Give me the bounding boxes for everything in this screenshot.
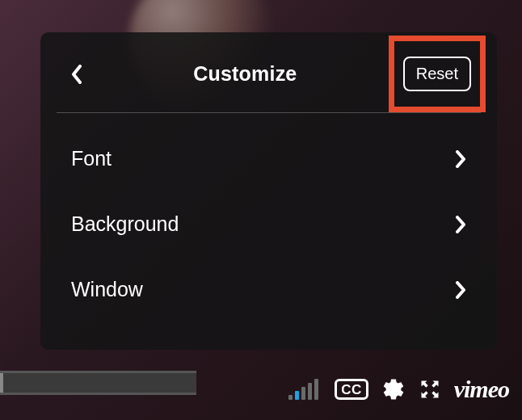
chevron-right-icon [455,216,466,233]
customize-panel: Customize Reset Font Background Window [40,32,497,350]
back-button[interactable] [71,66,87,82]
progress-fill [0,373,3,393]
volume-control[interactable] [288,379,318,400]
menu-label: Background [71,212,179,236]
menu-label: Window [71,278,143,301]
chevron-left-icon [71,65,83,84]
volume-bar [301,387,305,400]
reset-button-wrap: Reset [403,57,471,91]
volume-bar [295,391,299,400]
gear-icon [381,377,406,401]
panel-header: Customize Reset [40,32,497,112]
volume-bar [288,395,293,400]
menu-item-background[interactable]: Background [52,191,486,257]
vimeo-logo[interactable]: vimeo [454,376,512,403]
volume-bar [308,383,312,400]
fullscreen-button[interactable] [419,378,441,401]
closed-captions-button[interactable]: CC [335,379,368,400]
customize-menu: Font Background Window [40,113,497,322]
chevron-right-icon [455,281,466,299]
chevron-right-icon [455,150,466,168]
player-controls: CC vimeo [0,368,517,411]
menu-item-font[interactable]: Font [52,126,486,191]
menu-item-window[interactable]: Window [52,257,486,322]
progress-bar[interactable] [0,371,196,395]
menu-label: Font [71,147,112,170]
fullscreen-icon [419,378,441,401]
volume-bar [314,379,318,400]
panel-title: Customize [193,62,297,86]
settings-button[interactable] [381,377,406,401]
reset-button[interactable]: Reset [403,57,471,91]
